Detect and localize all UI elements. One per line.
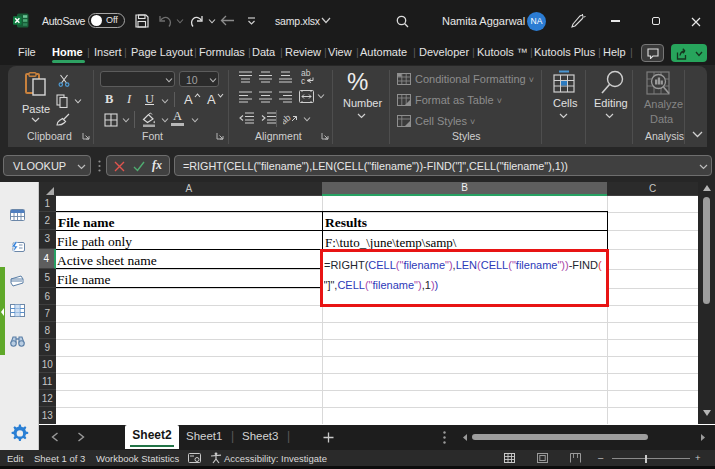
svg-text:ab: ab [283, 112, 293, 125]
